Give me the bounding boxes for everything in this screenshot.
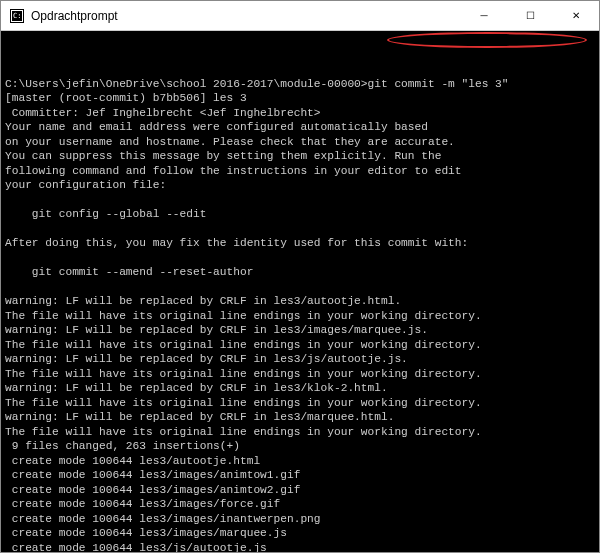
terminal-line: You can suppress this message by setting… — [5, 149, 595, 164]
terminal-line: After doing this, you may fix the identi… — [5, 236, 595, 251]
terminal-line — [5, 62, 595, 77]
terminal-line: warning: LF will be replaced by CRLF in … — [5, 323, 595, 338]
terminal-line: warning: LF will be replaced by CRLF in … — [5, 294, 595, 309]
terminal-output[interactable]: C:\Users\jefin\OneDrive\school 2016-2017… — [1, 31, 599, 552]
command-prompt-window: C: Opdrachtprompt ─ ☐ ✕ C:\Users\jefin\O… — [0, 0, 600, 553]
terminal-line: Committer: Jef Inghelbrecht <Jef Inghelb… — [5, 106, 595, 121]
annotation-ellipse — [387, 32, 587, 48]
terminal-line — [5, 251, 595, 266]
terminal-line: The file will have its original line end… — [5, 338, 595, 353]
svg-text:C:: C: — [13, 12, 21, 20]
titlebar[interactable]: C: Opdrachtprompt ─ ☐ ✕ — [1, 1, 599, 31]
terminal-line: on your username and hostname. Please ch… — [5, 135, 595, 150]
terminal-line — [5, 222, 595, 237]
terminal-line: 9 files changed, 263 insertions(+) — [5, 439, 595, 454]
terminal-line: create mode 100644 les3/images/marquee.j… — [5, 526, 595, 541]
window-title: Opdrachtprompt — [31, 9, 461, 23]
window-controls: ─ ☐ ✕ — [461, 1, 599, 30]
terminal-line — [5, 280, 595, 295]
terminal-line: C:\Users\jefin\OneDrive\school 2016-2017… — [5, 77, 595, 92]
terminal-line: create mode 100644 les3/images/force.gif — [5, 497, 595, 512]
terminal-line: create mode 100644 les3/images/inantwerp… — [5, 512, 595, 527]
terminal-line: warning: LF will be replaced by CRLF in … — [5, 410, 595, 425]
terminal-line: following command and follow the instruc… — [5, 164, 595, 179]
terminal-line: [master (root-commit) b7bb506] les 3 — [5, 91, 595, 106]
maximize-button[interactable]: ☐ — [507, 1, 553, 30]
terminal-line: git commit --amend --reset-author — [5, 265, 595, 280]
minimize-button[interactable]: ─ — [461, 1, 507, 30]
close-button[interactable]: ✕ — [553, 1, 599, 30]
terminal-line: The file will have its original line end… — [5, 425, 595, 440]
terminal-line: warning: LF will be replaced by CRLF in … — [5, 352, 595, 367]
cmd-icon: C: — [9, 8, 25, 24]
terminal-line: Your name and email address were configu… — [5, 120, 595, 135]
terminal-line: your configuration file: — [5, 178, 595, 193]
terminal-line: The file will have its original line end… — [5, 396, 595, 411]
terminal-line: create mode 100644 les3/autootje.html — [5, 454, 595, 469]
terminal-line: The file will have its original line end… — [5, 309, 595, 324]
terminal-line: create mode 100644 les3/images/animtow2.… — [5, 483, 595, 498]
terminal-line: warning: LF will be replaced by CRLF in … — [5, 381, 595, 396]
terminal-line — [5, 193, 595, 208]
terminal-line: The file will have its original line end… — [5, 367, 595, 382]
terminal-line: create mode 100644 les3/images/animtow1.… — [5, 468, 595, 483]
terminal-line: create mode 100644 les3/js/autootje.js — [5, 541, 595, 553]
terminal-line: git config --global --edit — [5, 207, 595, 222]
